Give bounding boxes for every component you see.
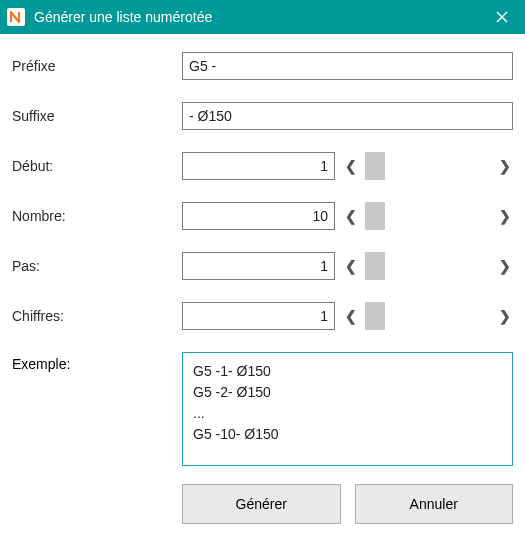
slider-thumb[interactable] (365, 302, 385, 330)
chevron-right-icon[interactable]: ❯ (497, 258, 513, 274)
begin-input[interactable] (182, 152, 335, 180)
chevron-left-icon[interactable]: ❮ (343, 158, 359, 174)
count-row: Nombre: ❮ ❯ (12, 202, 513, 230)
app-icon (6, 7, 26, 27)
generate-button[interactable]: Générer (182, 484, 341, 524)
titlebar: Générer une liste numérotée (0, 0, 525, 34)
example-output: G5 -1- Ø150 G5 -2- Ø150 ... G5 -10- Ø150 (182, 352, 513, 466)
chevron-right-icon[interactable]: ❯ (497, 208, 513, 224)
chevron-left-icon[interactable]: ❮ (343, 258, 359, 274)
chevron-left-icon[interactable]: ❮ (343, 308, 359, 324)
begin-label: Début: (12, 158, 182, 174)
chevron-left-icon[interactable]: ❮ (343, 208, 359, 224)
count-input[interactable] (182, 202, 335, 230)
prefix-label: Préfixe (12, 58, 182, 74)
chevron-right-icon[interactable]: ❯ (497, 158, 513, 174)
slider-track[interactable] (365, 202, 491, 230)
dialog-content: Préfixe Suffixe Début: ❮ ❯ Nombre: ❮ ❯ P… (0, 34, 525, 536)
prefix-input[interactable] (182, 52, 513, 80)
digits-row: Chiffres: ❮ ❯ (12, 302, 513, 330)
example-row: Exemple: G5 -1- Ø150 G5 -2- Ø150 ... G5 … (12, 352, 513, 466)
slider-track[interactable] (365, 302, 491, 330)
slider-track[interactable] (365, 252, 491, 280)
suffix-input[interactable] (182, 102, 513, 130)
slider-thumb[interactable] (365, 252, 385, 280)
slider-thumb[interactable] (365, 152, 385, 180)
slider-track[interactable] (365, 152, 491, 180)
count-label: Nombre: (12, 208, 182, 224)
close-icon (496, 11, 508, 23)
window-title: Générer une liste numérotée (34, 9, 479, 25)
step-slider[interactable]: ❮ ❯ (343, 252, 513, 280)
chevron-right-icon[interactable]: ❯ (497, 308, 513, 324)
close-button[interactable] (479, 0, 525, 34)
step-row: Pas: ❮ ❯ (12, 252, 513, 280)
example-label: Exemple: (12, 352, 182, 372)
count-slider[interactable]: ❮ ❯ (343, 202, 513, 230)
digits-label: Chiffres: (12, 308, 182, 324)
cancel-button[interactable]: Annuler (355, 484, 514, 524)
suffix-label: Suffixe (12, 108, 182, 124)
prefix-row: Préfixe (12, 52, 513, 80)
button-bar: Générer Annuler (182, 484, 513, 524)
begin-slider[interactable]: ❮ ❯ (343, 152, 513, 180)
digits-input[interactable] (182, 302, 335, 330)
begin-row: Début: ❮ ❯ (12, 152, 513, 180)
step-label: Pas: (12, 258, 182, 274)
step-input[interactable] (182, 252, 335, 280)
suffix-row: Suffixe (12, 102, 513, 130)
digits-slider[interactable]: ❮ ❯ (343, 302, 513, 330)
slider-thumb[interactable] (365, 202, 385, 230)
